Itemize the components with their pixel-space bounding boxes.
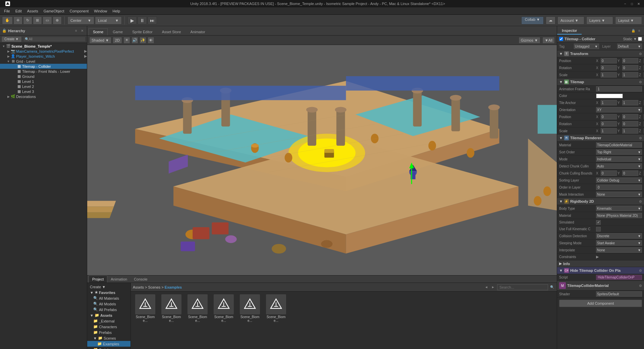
asset-item-1[interactable]: Scene_Biome...	[133, 294, 157, 322]
sidebar-all-prefabs[interactable]: 🔍 All Prefabs	[87, 307, 130, 312]
collab-button[interactable]: Collab ▼	[521, 16, 544, 24]
hierarchy-ground[interactable]: ▦ Ground	[0, 74, 87, 79]
scale-x-input[interactable]	[601, 72, 617, 78]
all-dropdown[interactable]: ▼All	[542, 37, 555, 44]
rotate-tool-button[interactable]: ↻	[23, 16, 32, 24]
hand-tool-button[interactable]: ✋	[2, 16, 13, 24]
add-component-button[interactable]: Add Component	[559, 300, 642, 307]
breadcrumb-assets[interactable]: Assets	[133, 285, 144, 289]
close-button[interactable]: ✕	[636, 1, 641, 6]
pos-x-input[interactable]	[601, 58, 617, 63]
account-dropdown[interactable]: Account ▼	[557, 16, 584, 24]
order-in-layer-input[interactable]	[596, 185, 642, 190]
layer-dropdown[interactable]: Default ▼	[617, 44, 642, 49]
tab-inspector[interactable]: Inspector	[557, 27, 582, 35]
transform-section-header[interactable]: ▼ T Transform ⚙	[557, 50, 644, 57]
asset-item-6[interactable]: Scene_Biome...	[264, 294, 288, 322]
anchor-y-input[interactable]	[622, 100, 638, 105]
play-button[interactable]: ▶	[127, 16, 137, 24]
project-create-button[interactable]: Create ▼	[87, 284, 130, 290]
pause-button[interactable]: ⏸	[138, 16, 147, 24]
breadcrumb-scenes[interactable]: Scenes	[148, 285, 161, 289]
material-section-header[interactable]: M TilemapColliderMaterial ⚙	[557, 281, 644, 291]
tscale-y-input[interactable]	[622, 128, 638, 134]
scene-light-button[interactable]: ☀	[123, 37, 130, 44]
step-button[interactable]: ⏭	[148, 16, 157, 24]
project-back-button[interactable]: ◄	[484, 285, 489, 290]
hierarchy-scene[interactable]: ▼ 🎬 Scene_Biome_Temple*	[0, 44, 87, 49]
maximize-button[interactable]: □	[629, 1, 635, 6]
menu-file[interactable]: File	[1, 8, 13, 14]
hierarchy-decorations[interactable]: ▶ 🌿 Decorations	[0, 94, 87, 99]
anim-frame-input[interactable]	[596, 86, 642, 92]
anchor-x-input[interactable]	[601, 100, 617, 105]
sidebar-external[interactable]: 📁 _External	[87, 318, 130, 324]
move-tool-button[interactable]: ✛	[13, 16, 22, 24]
shader-dropdown[interactable]: Sprites/Default	[596, 291, 642, 297]
cc-x-input[interactable]	[601, 170, 617, 176]
tilemap-section-header[interactable]: ▼ ▦ Tilemap ⚙	[557, 79, 644, 86]
orientation-dropdown[interactable]: XY ▼	[596, 107, 642, 112]
project-search-input[interactable]	[497, 284, 548, 290]
interpolate-dropdown[interactable]: None ▼	[596, 247, 642, 253]
hierarchy-search-input[interactable]: 🔍All	[23, 37, 86, 42]
renderer-section-header[interactable]: ▼ R Tilemap Renderer ⚙	[557, 135, 644, 142]
tpos-y-input[interactable]	[622, 114, 638, 119]
sidebar-favorites[interactable]: ▼ ★ Favorites	[87, 290, 130, 295]
hierarchy-close-button[interactable]: ✕	[79, 28, 85, 34]
hierarchy-tilemap-front[interactable]: ▦ Tilemap - Front Walls - Lower	[0, 69, 87, 74]
project-forward-button[interactable]: ►	[490, 285, 496, 290]
rot-y-input[interactable]	[622, 65, 638, 70]
tscale-x-input[interactable]	[601, 128, 617, 134]
hierarchy-level1[interactable]: ▦ Level 1	[0, 79, 87, 84]
hierarchy-options-button[interactable]: ≡	[73, 28, 79, 34]
material-dropdown[interactable]: TilemapColliderMaterial	[596, 142, 642, 148]
tpos-x-input[interactable]	[601, 114, 617, 119]
sidebar-examples[interactable]: 📁 Examples	[87, 341, 130, 347]
mask-dropdown[interactable]: None ▼	[596, 192, 642, 197]
sort-order-dropdown[interactable]: Top Right ▼	[596, 149, 642, 155]
sleeping-mode-dropdown[interactable]: Start Awake ▼	[596, 240, 642, 246]
tab-console[interactable]: Console	[130, 276, 151, 283]
rigidbody-section-header[interactable]: ▼ ⚡ Rigidbody 2D ⚙	[557, 198, 644, 205]
simulated-checkbox[interactable]: ✓	[596, 220, 601, 225]
sorting-layer-dropdown[interactable]: Collider Debug ▼	[596, 178, 642, 183]
menu-help[interactable]: Help	[110, 8, 123, 14]
trot-y-input[interactable]	[622, 121, 638, 127]
shaded-dropdown[interactable]: Shaded ▼	[89, 37, 111, 44]
asset-item-5[interactable]: Scene_Biome...	[238, 294, 262, 322]
tab-project[interactable]: Project	[89, 276, 107, 283]
info-section-header[interactable]: ▶ Info	[557, 260, 644, 267]
minimize-button[interactable]: −	[623, 1, 628, 6]
cc-y-input[interactable]	[622, 170, 638, 176]
inspector-options-button[interactable]: ≡	[637, 28, 642, 34]
menu-assets[interactable]: Assets	[24, 8, 41, 14]
inspector-active-checkbox[interactable]	[559, 37, 563, 41]
scene-audio-button[interactable]: 🔊	[131, 37, 138, 44]
asset-item-3[interactable]: Scene_Biome...	[186, 294, 209, 322]
2d-button[interactable]: 2D	[113, 37, 122, 44]
hide-tilemap-header[interactable]: ▼ C# Hide Tilemap Collider On Pla ⚙	[557, 267, 644, 274]
detect-chunk-dropdown[interactable]: Auto ▼	[596, 163, 642, 169]
scene-fx-button[interactable]: ✨	[140, 37, 146, 44]
hierarchy-create-button[interactable]: Create ▼	[1, 36, 22, 42]
scale-y-input[interactable]	[622, 72, 638, 78]
sidebar-all-models[interactable]: 🔍 All Models	[87, 301, 130, 307]
transform-tool-button[interactable]: ⊕	[53, 16, 62, 24]
tab-scene[interactable]: Scene	[89, 28, 108, 35]
local-dropdown[interactable]: Local ▼	[95, 16, 122, 24]
sidebar-all-materials[interactable]: 🔍 All Materials	[87, 295, 130, 301]
hierarchy-level3[interactable]: ▦ Level 3	[0, 89, 87, 94]
hierarchy-tilemap-collider[interactable]: ▦ Tilemap - Collider	[0, 64, 87, 69]
layout-dropdown[interactable]: Layout ▼	[615, 16, 642, 24]
cloud-button[interactable]: ☁	[546, 16, 555, 24]
sidebar-characters[interactable]: 📁 Characters	[87, 324, 130, 330]
menu-component[interactable]: Component	[67, 8, 91, 14]
color-swatch[interactable]	[596, 94, 623, 98]
static-checkbox[interactable]	[638, 37, 642, 41]
menu-window[interactable]: Window	[91, 8, 110, 14]
rb-material-dropdown[interactable]: None (Physics Material 2D)	[596, 213, 642, 218]
scene-viewport[interactable]	[87, 45, 557, 275]
asset-item-2[interactable]: Scene_Biome...	[160, 294, 183, 322]
tag-dropdown[interactable]: Untagged ▼	[574, 44, 599, 49]
